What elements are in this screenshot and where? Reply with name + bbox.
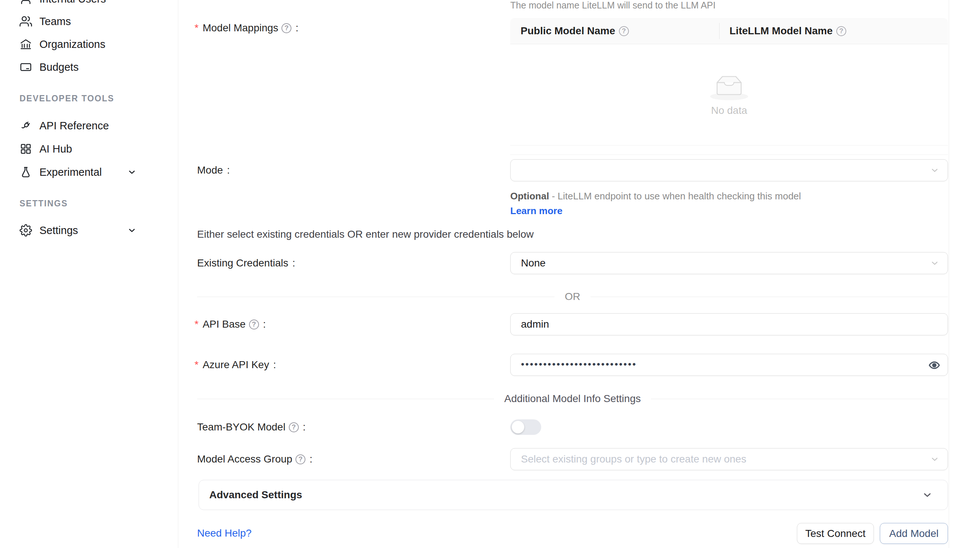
model-name-help-text: The model name LiteLLM will send to the … [510, 0, 716, 10]
sidebar-item-internal-users[interactable]: Internal Users [19, 0, 164, 10]
teams-icon [19, 15, 32, 28]
credit-card-icon [19, 61, 32, 73]
sidebar-section-developer-tools: DEVELOPER TOOLS [19, 93, 114, 104]
masked-password-value: •••••••••••••••••••••••••• [521, 358, 637, 370]
chevron-down-icon [930, 454, 939, 464]
toggle-knob [512, 421, 524, 433]
question-circle-icon[interactable]: ? [296, 454, 305, 464]
required-asterisk: * [194, 360, 199, 370]
sidebar-item-label: AI Hub [40, 143, 72, 155]
existing-credentials-label: Existing Credentials : [197, 256, 295, 271]
learn-more-link[interactable]: Learn more [510, 205, 563, 216]
sidebar-item-api-reference[interactable]: API Reference [19, 114, 164, 137]
model-access-group-placeholder: Select existing groups or type to create… [521, 453, 746, 465]
model-mappings-table: Public Model Name ? LiteLLM Model Name ?… [510, 18, 948, 155]
sidebar-item-teams[interactable]: Teams [19, 10, 164, 33]
gear-icon [19, 224, 32, 237]
flask-icon [19, 166, 32, 178]
existing-credentials-select[interactable]: None [510, 252, 948, 274]
plug-icon [19, 119, 32, 132]
sidebar-section-settings: SETTINGS [19, 198, 68, 209]
test-connect-button[interactable]: Test Connect [797, 523, 874, 544]
sidebar-item-organizations[interactable]: Organizations [19, 33, 164, 56]
model-mappings-label: * Model Mappings ? : [194, 21, 298, 35]
no-data-text: No data [711, 105, 747, 116]
mode-help-text: Optional - LiteLLM endpoint to use when … [510, 189, 816, 218]
sidebar-item-label: Experimental [40, 166, 102, 178]
sidebar-item-budgets[interactable]: Budgets [19, 56, 164, 78]
mode-select[interactable] [510, 159, 948, 181]
empty-box-icon [709, 73, 749, 101]
azure-api-key-input[interactable]: •••••••••••••••••••••••••• [510, 354, 948, 376]
eye-icon[interactable] [928, 359, 940, 371]
chevron-down-icon [922, 489, 933, 500]
sidebar-item-label: Budgets [40, 61, 78, 73]
table-empty-state: No data [510, 44, 948, 146]
question-circle-icon[interactable]: ? [836, 26, 846, 36]
chevron-down-icon [127, 167, 137, 177]
bank-icon [19, 38, 32, 51]
required-asterisk: * [194, 23, 199, 33]
table-header-litellm-model-name: LiteLLM Model Name ? [719, 18, 948, 44]
add-model-button[interactable]: Add Model [880, 523, 948, 544]
table-header-row: Public Model Name ? LiteLLM Model Name ? [510, 18, 948, 44]
azure-api-key-label: * Azure API Key : [194, 357, 276, 372]
question-circle-icon[interactable]: ? [289, 422, 299, 432]
chevron-down-icon [930, 258, 939, 268]
chevron-down-icon [127, 226, 137, 235]
mode-label: Mode : [197, 163, 230, 178]
sidebar-item-ai-hub[interactable]: AI Hub [19, 137, 164, 160]
api-base-input[interactable]: admin [510, 313, 948, 335]
table-header-public-model-name: Public Model Name ? [510, 18, 719, 44]
question-circle-icon[interactable]: ? [249, 320, 259, 330]
sidebar-item-label: Organizations [40, 38, 105, 51]
additional-model-info-divider: Additional Model Info Settings [197, 391, 948, 406]
sidebar-item-experimental[interactable]: Experimental [19, 161, 164, 183]
sidebar-item-label: Teams [40, 16, 71, 28]
advanced-settings-title: Advanced Settings [209, 489, 302, 501]
user-icon [19, 0, 32, 5]
required-asterisk: * [194, 319, 199, 330]
need-help-link[interactable]: Need Help? [197, 526, 251, 541]
question-circle-icon[interactable]: ? [619, 26, 629, 36]
question-circle-icon[interactable]: ? [282, 23, 291, 33]
model-access-group-label: Model Access Group ? : [197, 452, 312, 467]
sidebar: Internal Users Teams Organizations Budge… [0, 0, 178, 548]
add-model-form: The model name LiteLLM will send to the … [178, 0, 949, 548]
sidebar-item-label: Settings [40, 225, 78, 237]
sidebar-item-settings[interactable]: Settings [19, 219, 164, 242]
model-access-group-select[interactable]: Select existing groups or type to create… [510, 448, 948, 470]
api-base-label: * API Base ? : [194, 317, 266, 332]
grid-icon [19, 143, 32, 155]
credentials-note: Either select existing credentials OR en… [197, 227, 534, 242]
existing-credentials-value: None [521, 257, 546, 269]
sidebar-item-label: API Reference [40, 120, 109, 132]
or-divider: OR [197, 289, 948, 304]
advanced-settings-panel[interactable]: Advanced Settings [199, 480, 948, 510]
team-byok-toggle[interactable] [510, 419, 541, 435]
sidebar-item-label: Internal Users [40, 0, 106, 5]
chevron-down-icon [930, 166, 939, 175]
column-divider [719, 23, 719, 39]
api-base-value: admin [521, 319, 549, 330]
team-byok-label: Team-BYOK Model ? : [197, 420, 305, 435]
